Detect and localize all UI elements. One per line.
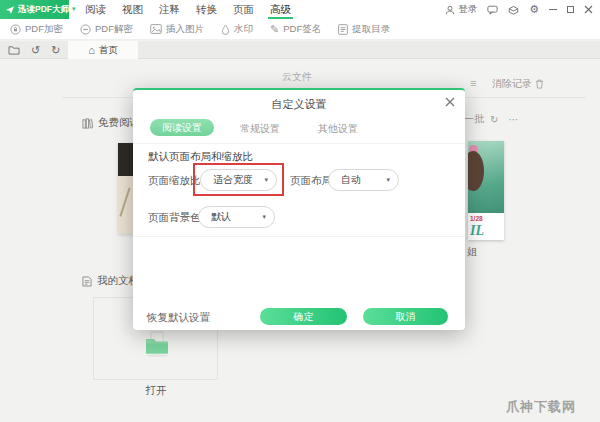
dialog-tab-general[interactable]: 常规设置 — [240, 122, 280, 136]
menu-advanced[interactable]: 高级 — [270, 0, 291, 19]
settings-gear-icon[interactable]: ⚙ — [529, 4, 539, 15]
dialog-title: 自定义设置 — [133, 97, 465, 112]
dropdown-background-color[interactable]: 默认 — [198, 206, 275, 228]
user-icon — [445, 5, 455, 15]
gift-box-icon[interactable] — [508, 5, 519, 15]
book-caption-fragment: 姐 — [467, 245, 477, 259]
document-icon — [82, 276, 92, 287]
section-free-reading: 免费阅读 — [82, 116, 140, 130]
clear-records-label: 消除记录 — [492, 77, 532, 91]
content-header-fragment[interactable]: 云文件 — [282, 70, 312, 84]
login-label: 登录 — [458, 3, 477, 16]
app-logo[interactable]: 迅读PDF大师 — [0, 0, 69, 19]
field-label-page-layout: 页面布局 — [290, 174, 332, 188]
dropdown-page-layout[interactable]: 自动 — [328, 169, 399, 191]
pdf-decrypt-button[interactable]: PDF解密 — [80, 23, 133, 36]
cover-page-label: 1/28 — [470, 215, 483, 222]
dropdown-background-color-value: 默认 — [211, 210, 231, 224]
ribbon-toolbar: PDF加密 PDF解密 插入图片 水印 ✎ PDF签名 — [0, 19, 600, 40]
home-icon: ⌂ — [88, 44, 95, 56]
watermark-text: 爪神下载网 — [506, 398, 576, 416]
cover-title-fragment: IL — [470, 223, 484, 239]
list-view-toggle-icon[interactable]: ≡ — [470, 77, 476, 89]
undo-icon[interactable]: ↺ — [31, 44, 40, 57]
cover-title-band: 1/28 IL — [468, 213, 504, 240]
open-file-thumbnail[interactable] — [143, 331, 171, 357]
cancel-button[interactable]: 取消 — [363, 308, 448, 325]
pdf-encrypt-button[interactable]: PDF加密 — [10, 23, 63, 36]
dialog-close-icon[interactable] — [444, 96, 456, 108]
app-title: 迅读PDF大师 — [18, 4, 69, 16]
custom-settings-dialog: 自定义设置 阅读设置 常规设置 其他设置 默认页面布局和缩放比 页面缩放比例 适… — [133, 88, 465, 330]
app-window: 迅读PDF大师 ▾ 阅读 视图 注释 转换 页面 高级 登录 — [0, 0, 600, 422]
document-list-icon — [338, 24, 348, 35]
dialog-section-title: 默认页面布局和缩放比 — [148, 150, 253, 164]
extract-toc-button[interactable]: 提取目录 — [338, 23, 390, 36]
more-options-icon[interactable]: ⋯ — [508, 114, 518, 125]
lock-circle-icon — [10, 24, 21, 35]
green-folder-icon — [143, 331, 171, 357]
change-batch-button[interactable]: 一批 ↻ ⋯ — [464, 112, 518, 126]
paper-plane-icon — [5, 5, 15, 15]
open-file-label[interactable]: 打开 — [133, 384, 179, 398]
titlebar: 迅读PDF大师 ▾ 阅读 视图 注释 转换 页面 高级 登录 — [0, 0, 600, 19]
books-icon — [82, 118, 93, 129]
unlock-circle-icon — [80, 24, 91, 35]
dialog-tab-reading[interactable]: 阅读设置 — [150, 119, 214, 136]
maximize-icon[interactable] — [567, 6, 574, 13]
close-window-icon[interactable] — [584, 5, 593, 14]
dialog-tab-other[interactable]: 其他设置 — [318, 122, 358, 136]
login-button[interactable]: 登录 — [445, 3, 477, 16]
highlight-box — [193, 163, 284, 196]
field-label-background-color: 页面背景色 — [148, 211, 201, 225]
open-folder-icon[interactable] — [8, 45, 20, 55]
feedback-chat-icon[interactable] — [487, 5, 498, 15]
clear-records-button[interactable]: 消除记录 — [492, 77, 544, 91]
window-controls: 登录 ⚙ — [445, 0, 593, 19]
redo-icon[interactable]: ↻ — [51, 44, 60, 57]
dialog-divider-top — [133, 143, 465, 144]
change-batch-fragment: 一批 — [464, 112, 484, 126]
minimize-icon[interactable] — [549, 9, 557, 11]
menu-view[interactable]: 视图 — [122, 0, 143, 19]
menu-page[interactable]: 页面 — [233, 0, 254, 19]
restore-defaults-link[interactable]: 恢复默认设置 — [147, 311, 210, 325]
dropdown-page-layout-value: 自动 — [341, 173, 361, 187]
pen-icon: ✎ — [270, 24, 279, 35]
book-cover-right[interactable]: 1/28 IL — [468, 141, 504, 240]
document-tabstrip: ↺ ↻ ⌂ 首页 — [0, 41, 600, 59]
app-menu-caret-icon[interactable]: ▾ — [72, 5, 76, 13]
home-tab-label: 首页 — [99, 44, 118, 57]
ok-button[interactable]: 确定 — [260, 308, 347, 325]
trash-icon — [535, 79, 544, 89]
watermark-button[interactable]: 水印 — [221, 23, 253, 36]
main-menu: 阅读 视图 注释 转换 页面 高级 — [85, 0, 291, 19]
menu-annotate[interactable]: 注释 — [159, 0, 180, 19]
pdf-sign-button[interactable]: ✎ PDF签名 — [270, 23, 321, 36]
book-cover-left-decoration — [119, 188, 130, 217]
water-drop-icon — [221, 24, 230, 35]
cover-illustration — [468, 151, 484, 191]
picture-icon — [150, 24, 162, 34]
tab-home[interactable]: ⌂ 首页 — [68, 41, 138, 59]
menu-read[interactable]: 阅读 — [85, 0, 106, 19]
dialog-divider-bottom — [133, 236, 465, 237]
refresh-icon: ↻ — [490, 114, 498, 125]
section-my-documents: 我的文档 — [82, 274, 139, 288]
menu-convert[interactable]: 转换 — [196, 0, 217, 19]
insert-image-button[interactable]: 插入图片 — [150, 23, 204, 36]
